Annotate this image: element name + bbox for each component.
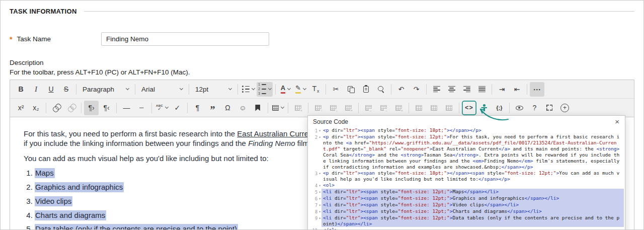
redo-button[interactable]: ↷	[409, 82, 424, 97]
split-cells-icon	[431, 105, 437, 111]
undo-button[interactable]: ↶	[394, 82, 409, 97]
insert-link-button[interactable]	[49, 101, 63, 115]
cut-icon: ✂	[333, 86, 339, 93]
toolbar-separator	[326, 84, 326, 95]
toolbar-hint: For the toolbar, press ALT+F10 (PC) or A…	[10, 68, 634, 76]
ltr-paragraph-button[interactable]: ¶›	[84, 101, 99, 115]
source-code-dialog: Source Code × 1▾<p dir="ltr"><span style…	[307, 115, 625, 230]
font-size-value: 12pt	[195, 86, 208, 93]
chevron-down-icon	[303, 87, 306, 90]
align-justify-icon	[478, 86, 486, 93]
font-family-select[interactable]: Arial	[138, 83, 186, 96]
paragraph-text: For this task, you need to perform a fir…	[24, 129, 237, 138]
align-left-button[interactable]	[429, 82, 444, 97]
insert-table-button[interactable]	[271, 101, 285, 115]
selected-text: Data tables (only if the contents are pr…	[35, 224, 238, 230]
spellcheck-toggle-button[interactable]: ✓	[170, 101, 185, 115]
code-sample-button[interactable]: {;}	[492, 101, 507, 115]
toolbar-separator	[509, 103, 510, 113]
subscript-button[interactable]: x₂	[29, 101, 43, 115]
code-text: <ol>	[321, 182, 624, 189]
dialog-header: Source Code ×	[308, 116, 625, 127]
text-color-button[interactable]: A	[278, 82, 293, 97]
add-content-button[interactable]: +	[557, 101, 572, 115]
split-cells-button	[427, 101, 441, 115]
special-character-button[interactable]: Ω	[220, 101, 235, 115]
blockquote-button[interactable]: ”	[205, 101, 220, 115]
remove-link-button	[64, 101, 78, 115]
required-marker: *	[10, 35, 12, 43]
code-text: <li dir="ltr"><span style="font-size: 12…	[321, 215, 624, 227]
close-icon[interactable]: ×	[613, 118, 621, 125]
clear-formatting-button[interactable]: Tx	[308, 82, 323, 97]
indent-button[interactable]: ⇥	[495, 82, 509, 97]
cut-button[interactable]: ✂	[329, 82, 343, 97]
search-button[interactable]	[374, 82, 388, 97]
strikethrough-button[interactable]: S	[59, 82, 73, 97]
font-size-select[interactable]: 12pt	[192, 83, 235, 96]
anchor-icon	[255, 105, 260, 111]
page-break-button[interactable]: ┄	[134, 101, 149, 115]
page-title: TASK INFORMATION	[10, 8, 77, 15]
clear-formatting-icon: Tx	[312, 85, 319, 94]
insert-row-before-icon: ↑	[315, 105, 321, 111]
toolbar-separator	[268, 103, 268, 113]
paragraph-format-value: Paragraph	[83, 86, 114, 93]
toolbar-separator	[391, 84, 391, 95]
underline-icon: U	[48, 86, 53, 93]
italic-button[interactable]: I	[29, 82, 43, 97]
spellcheck-button[interactable]: ABC✓	[154, 101, 170, 115]
align-right-button[interactable]	[459, 82, 474, 97]
delete-column-button: ×	[391, 101, 406, 115]
highlight-color-button[interactable]: ✎	[293, 82, 308, 97]
selected-text: Video clips	[35, 196, 72, 206]
more-options-button[interactable]: ⋯	[530, 82, 544, 97]
search-icon	[378, 86, 384, 93]
spellcheck-icon: ABC✓	[156, 104, 163, 111]
align-center-button[interactable]	[444, 82, 459, 97]
anchor-button[interactable]	[251, 101, 265, 115]
content-link[interactable]: East Australian Current	[237, 129, 314, 138]
bold-button[interactable]: B	[14, 82, 28, 97]
fullscreen-button[interactable]	[542, 101, 557, 115]
paste-button[interactable]	[359, 82, 373, 97]
insert-table-icon	[272, 105, 279, 111]
preview-button[interactable]	[512, 101, 527, 115]
accessibility-checker-button[interactable]	[477, 101, 492, 115]
code-line: 5▾<li dir="ltr"><span style="font-size: …	[308, 189, 624, 195]
emoticons-button[interactable]: ☺	[235, 101, 250, 115]
code-text: <li dir="ltr"><span style="font-size: 12…	[321, 202, 624, 208]
more-options-icon: ⋯	[533, 86, 541, 93]
paragraph-format-select[interactable]: Paragraph	[79, 83, 132, 96]
chevron-down-icon	[228, 87, 232, 90]
underline-button[interactable]: U	[44, 82, 58, 97]
description-label: Description	[10, 59, 634, 66]
numbered-list-button[interactable]: 123	[257, 82, 273, 97]
source-code-button[interactable]: <>	[462, 101, 476, 115]
show-invisibles-button[interactable]: ¶	[190, 101, 205, 115]
horizontal-rule-button[interactable]: —	[119, 101, 134, 115]
toolbar-separator	[275, 84, 276, 95]
insert-column-after-button: →	[376, 101, 391, 115]
copy-button[interactable]	[344, 82, 358, 97]
source-code-editor[interactable]: 1▾<p dir="ltr"><span style="font-size: 1…	[308, 127, 625, 230]
cell-properties-icon	[446, 105, 452, 111]
outdent-button[interactable]: ⇤	[510, 82, 524, 97]
italic-icon: I	[35, 86, 37, 93]
task-name-input[interactable]	[101, 32, 269, 46]
redo-icon: ↷	[414, 86, 420, 93]
bullet-list-button[interactable]	[240, 82, 256, 97]
help-button[interactable]: ?	[527, 101, 542, 115]
help-icon: ?	[533, 104, 537, 111]
copy-icon	[348, 86, 354, 93]
show-invisibles-icon: ¶	[196, 104, 200, 111]
superscript-button[interactable]: x²	[14, 101, 28, 115]
align-justify-button[interactable]	[474, 82, 489, 97]
toolbar-separator	[151, 103, 152, 113]
accessibility-checker-icon	[481, 104, 487, 111]
line-number: 4▾	[308, 182, 321, 189]
rtl-paragraph-button[interactable]: ¶‹	[99, 101, 114, 115]
code-line: 2▾<p dir="ltr"><span style="font-size: 1…	[308, 134, 624, 170]
special-character-icon: Ω	[225, 104, 230, 111]
code-text: <li dir="ltr"><span style="font-size: 12…	[321, 195, 624, 202]
